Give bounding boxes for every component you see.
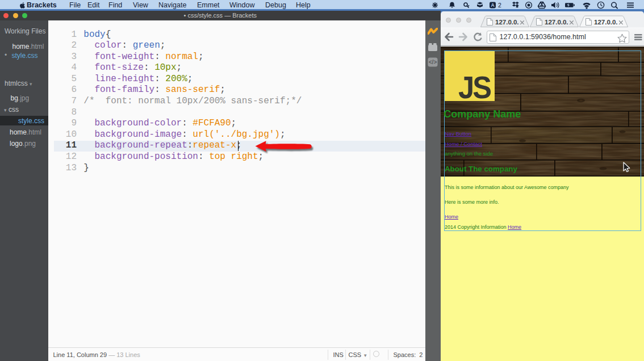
svg-text:2: 2	[498, 2, 501, 9]
svg-text:127.0.0.: 127.0.0.	[495, 18, 519, 25]
svg-text:</>: </>	[428, 59, 437, 65]
svg-text:127.0.0.: 127.0.0.	[594, 18, 618, 25]
svg-text:127.0.0.: 127.0.0.	[545, 18, 568, 25]
svg-text:A: A	[491, 2, 494, 8]
